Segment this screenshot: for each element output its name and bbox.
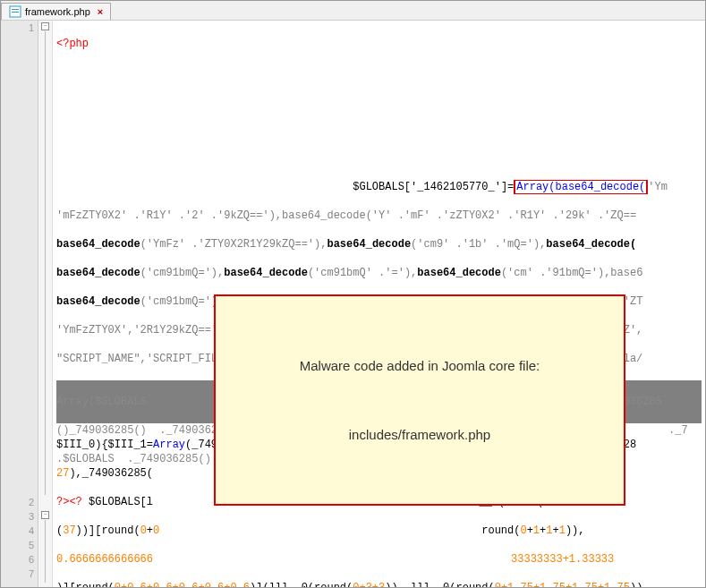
tab-bar: framework.php × bbox=[1, 1, 705, 21]
fold-column: − − bbox=[38, 21, 53, 587]
code-area[interactable]: <?php $GLOBALS['_1462105770_']=Array(bas… bbox=[53, 21, 705, 587]
line-number: 7 bbox=[1, 567, 34, 581]
php-file-icon bbox=[9, 5, 21, 18]
file-tab[interactable]: framework.php × bbox=[1, 3, 111, 20]
svg-rect-1 bbox=[12, 9, 19, 10]
line-number: 2 bbox=[1, 495, 34, 509]
callout-line1: Malware code added in Joomla core file: bbox=[242, 354, 597, 378]
close-icon[interactable]: × bbox=[98, 6, 103, 17]
fold-guide bbox=[45, 31, 46, 495]
line-number: 1 bbox=[1, 21, 34, 495]
line-number: 4 bbox=[1, 524, 34, 538]
callout-line2: includes/framework.php bbox=[242, 423, 597, 447]
fold-guide bbox=[45, 520, 46, 583]
fold-toggle[interactable]: − bbox=[41, 511, 49, 519]
line-gutter: 1 2 3 4 5 6 7 bbox=[1, 21, 38, 587]
line-number: 6 bbox=[1, 552, 34, 567]
line-number: 3 bbox=[1, 509, 34, 524]
fold-toggle[interactable]: − bbox=[41, 22, 49, 30]
annotation-highlight: Array(base64_decode( bbox=[514, 180, 648, 194]
tab-filename: framework.php bbox=[25, 6, 90, 17]
editor-body: 1 2 3 4 5 6 7 − − <?php $GLOBALS['_14621… bbox=[1, 21, 705, 587]
line-number: 5 bbox=[1, 538, 34, 552]
php-open-tag: <?php bbox=[56, 38, 89, 50]
annotation-callout: Malware code added in Joomla core file: … bbox=[214, 294, 625, 506]
svg-rect-2 bbox=[12, 12, 19, 13]
